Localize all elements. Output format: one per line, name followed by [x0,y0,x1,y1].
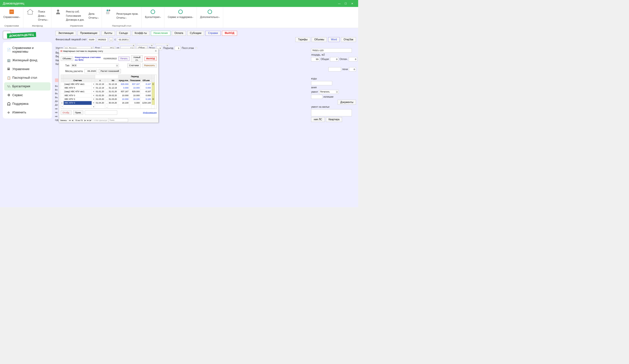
tab-explication[interactable]: Экспликация [56,31,76,36]
ribbon-passport-icon[interactable] [104,8,113,24]
account-part2-input[interactable] [97,37,108,42]
empty-dropdown-3[interactable] [155,44,169,45]
otobr-button[interactable]: Отобр. [61,110,72,115]
col-from[interactable]: с [95,79,105,82]
paid-input[interactable] [349,57,357,61]
ribbon-service-button[interactable]: Сервис и поддержка [167,8,194,27]
tab-spravki[interactable]: Справки [205,31,221,36]
col-prev[interactable]: пред.пок. [118,79,130,82]
circle-icon [150,8,156,15]
tab-payment[interactable]: Оплата [172,31,186,36]
info-link[interactable]: Информация [143,111,157,114]
building-icon: 🏢 [7,59,10,62]
nav-spravochniki[interactable]: 📄Справочники и нормативы [4,44,50,56]
maximize-button[interactable]: ☐ [342,0,349,7]
nav-support[interactable]: 🎧Поддержка [4,100,50,108]
modal-footer-input[interactable] [85,110,117,115]
volumes-button[interactable]: Объемы [312,37,327,42]
tab-benefits[interactable]: Льготы [102,31,115,36]
kody-input[interactable] [311,81,332,85]
exit-button[interactable]: ВЫХОД [222,31,237,36]
ribbon-accounting-button[interactable]: Бухгалтерия [144,8,162,27]
nav-management[interactable]: 🏛Управление [4,65,50,73]
ribbon-house-icon-button[interactable] [26,8,34,24]
entrance-input[interactable] [175,46,180,50]
total-input[interactable] [330,57,338,61]
nav-housing[interactable]: 🏢Жилищный фонд [4,56,50,64]
ribbon-registration-link[interactable]: Регистрация прож. [116,12,139,15]
nav-passport[interactable]: 📋Паспортный стол [4,74,50,82]
col-read[interactable]: Показания [129,79,141,82]
ribbon-reports3-link[interactable]: Отчеты [116,16,139,20]
from-date-dropdown[interactable]: 02.2020 [117,38,130,42]
empty-dropdown-2[interactable] [137,44,154,45]
blank-input-1[interactable] [328,67,341,71]
ribbon-search-link[interactable]: Поиск [37,10,49,13]
tab-coeffs[interactable]: Коэфф-ты [132,31,150,36]
modal-print-button[interactable]: Печать [119,57,130,61]
month-input[interactable] [84,69,97,73]
table-row[interactable]: ▸ХВС КПУ 001.04.2030.04.2016.1000.000123… [61,101,157,105]
nav-accounting[interactable]: ⁺⁄₌Бухгалтерия [4,82,50,91]
account-part1-input[interactable] [88,37,96,42]
account-ellipsis-button[interactable]: ... [109,37,113,42]
ribbon-cases-link[interactable]: Дела [88,12,100,15]
ribbon-reports2-link[interactable]: Отчеты [88,16,100,20]
ribbon-additional-button[interactable]: Дополнительно [199,8,221,27]
modal-spread-button[interactable]: Разносить [142,64,157,68]
table-row[interactable]: ХВС КПУ 001.02.2029.02.2010.00010.0000.0… [61,93,157,97]
ribbon-reports-link[interactable]: Отчеты [37,18,49,22]
col-vol[interactable]: Объем [141,79,152,82]
ribbon-person-icon[interactable] [54,8,63,24]
modal-volumes-button[interactable]: Объемы [61,57,73,61]
table-row[interactable]: ХВС КПУ 001.03.2031.03.2010.00016.1006.1… [61,97,157,101]
v55-input[interactable] [311,57,319,61]
ribbon-registry-link[interactable]: Реестр соб. [65,10,85,13]
table-row[interactable]: ХВС КПУ 001.12.1931.12.190.00010.0000.00… [61,86,157,90]
minimize-button[interactable]: — [336,0,342,7]
modal-new-meter-button[interactable]: Новый сч. [131,55,143,62]
tab-subsidies[interactable]: Субсидии [187,31,204,36]
tariffs-button[interactable]: Тарифы [295,37,310,42]
modal-statusbar: Запись: ⏮◀ 73 из 73 ▶⏭▶* ▿ Нет фильтра [59,118,158,122]
book-icon [8,8,15,15]
izl-input[interactable] [311,95,322,99]
doc-dropdown[interactable]: Печатать [319,90,339,94]
ribbon-contracts-link[interactable]: Договора и док. [65,18,85,22]
tab-balance[interactable]: Сальдо [116,31,131,36]
modal-exit-button[interactable]: ВЫХОД [145,57,157,61]
ribbon-voting-link[interactable]: Голосования [65,14,85,18]
doc-house-textarea[interactable] [311,109,352,116]
tab-residents[interactable]: Проживающие [78,31,100,36]
tab-charges[interactable]: Начисления [151,31,170,36]
word-button[interactable]: Word [328,37,340,42]
close-button[interactable]: ✕ [349,0,355,7]
ls-button[interactable]: ния ЛС [311,117,325,122]
table-row[interactable]: (закр) ХВС КПУ хвс101.12.1931.12.19829.0… [61,82,157,86]
doc-icon: 📄 [7,48,10,52]
nav-edit[interactable]: ⭘Изменить [4,108,50,117]
kvartira-button[interactable]: Квартира [326,117,342,122]
table-row[interactable]: (закр) ХВС КПУ хвс101.01.2031.01.20837.1… [61,90,157,93]
svg-point-9 [178,10,182,14]
otkrzak-button[interactable]: ОткрЗак [341,37,356,42]
empty-dropdown-1[interactable] [119,44,136,45]
modal-close-button[interactable]: ✕ [155,49,157,53]
record-nav[interactable]: ⏮◀ [68,119,74,121]
col-to[interactable]: по [108,79,118,82]
record-nav-fwd[interactable]: ▶⏭▶* [84,119,92,121]
nav-service[interactable]: ⚙Сервис [4,91,50,99]
col-meter[interactable]: Счетчик [64,79,92,82]
type-dropdown[interactable]: ВСЕ [71,64,119,68]
phone-input[interactable] [311,48,352,52]
peni-input[interactable] [349,67,356,71]
prim-button[interactable]: Прим. [73,110,83,115]
documents-button[interactable]: Документы [338,100,356,104]
calc-readings-button[interactable]: Расчет показаний [99,69,121,73]
search-input[interactable] [108,118,128,122]
lastfloor-checkbox[interactable] [195,47,197,49]
modal-meters-button[interactable]: Счетчики [127,64,141,68]
new-row[interactable]: * [61,105,157,109]
ribbon-houses-link[interactable]: Дома [37,14,49,18]
ribbon-spravochniki-button[interactable]: Справочники [2,8,21,24]
